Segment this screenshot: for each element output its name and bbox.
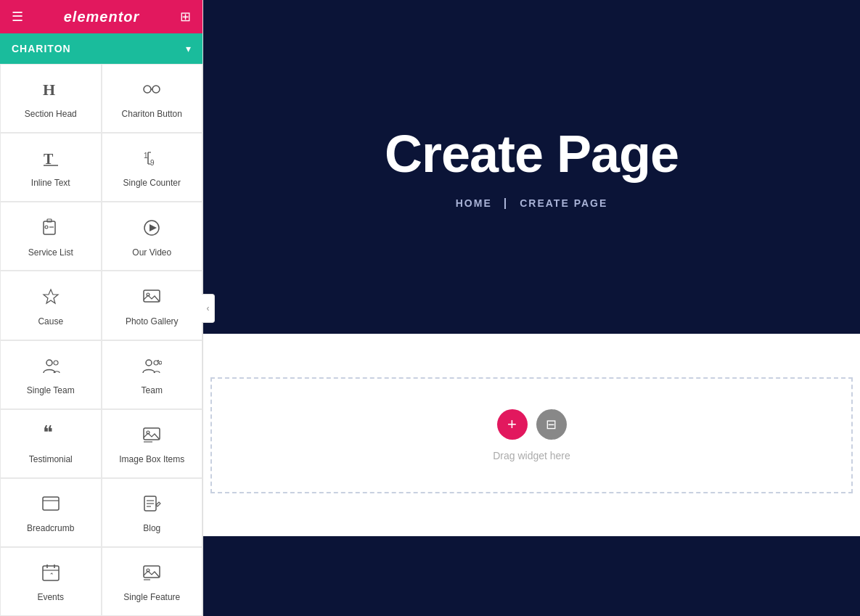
svg-rect-37 xyxy=(43,566,59,580)
dropzone-label: Drag widget here xyxy=(493,450,570,461)
photo-gallery-label: Photo Gallery xyxy=(126,316,179,328)
breadcrumb-current: CREATE PAGE xyxy=(520,197,607,209)
hero-title: Create Page xyxy=(385,124,679,184)
chariton-button-label: Chariton Button xyxy=(122,109,182,120)
svg-point-2 xyxy=(152,86,160,93)
single-team-label: Single Team xyxy=(27,385,75,397)
section-head-icon: H xyxy=(41,79,61,103)
svg-marker-41 xyxy=(50,572,53,575)
events-label: Events xyxy=(37,592,64,604)
svg-rect-28 xyxy=(144,428,160,440)
single-feature-icon xyxy=(142,562,162,586)
svg-point-20 xyxy=(46,360,52,366)
inline-text-label: Inline Text xyxy=(31,178,70,189)
chevron-down-icon: ▾ xyxy=(186,43,191,54)
svg-point-23 xyxy=(154,361,158,365)
widget-team[interactable]: Team xyxy=(102,340,203,409)
svg-marker-17 xyxy=(44,289,58,303)
svg-marker-16 xyxy=(150,224,157,231)
dropzone[interactable]: + ⊟ Drag widget here xyxy=(210,377,853,493)
chariton-button-icon xyxy=(142,79,162,103)
svg-text:T: T xyxy=(44,151,54,167)
widget-inline-text[interactable]: TInline Text xyxy=(0,133,102,202)
hero-section: Create Page HOME | CREATE PAGE xyxy=(203,0,860,334)
breadcrumb-home[interactable]: HOME xyxy=(456,197,492,209)
widget-service-list[interactable]: Service List xyxy=(0,202,102,271)
dropzone-buttons: + ⊟ xyxy=(497,409,567,440)
main-content: Create Page HOME | CREATE PAGE + ⊟ Drag … xyxy=(203,0,860,616)
svg-rect-18 xyxy=(144,290,160,302)
widget-single-team[interactable]: Single Team xyxy=(0,340,102,409)
service-list-icon xyxy=(41,218,61,242)
image-box-items-icon xyxy=(142,424,162,448)
widget-blog[interactable]: Blog xyxy=(102,478,203,547)
breadcrumb-icon xyxy=(41,493,61,517)
footer-dark-section xyxy=(203,536,860,616)
svg-point-24 xyxy=(159,361,162,364)
svg-point-13 xyxy=(45,226,48,229)
svg-rect-31 xyxy=(43,497,59,510)
blog-label: Blog xyxy=(143,523,160,535)
svg-text:❝: ❝ xyxy=(43,424,53,443)
our-video-icon xyxy=(142,218,162,242)
widget-breadcrumb[interactable]: Breadcrumb xyxy=(0,478,102,547)
breadcrumb-separator: | xyxy=(504,197,508,210)
svg-point-21 xyxy=(54,361,58,365)
widget-chariton-button[interactable]: Chariton Button xyxy=(102,64,203,133)
layout-button[interactable]: ⊟ xyxy=(536,409,567,440)
collapse-icon: ‹ xyxy=(207,303,210,313)
our-video-label: Our Video xyxy=(132,247,171,259)
single-feature-label: Single Feature xyxy=(123,592,180,604)
collapse-handle[interactable]: ‹ xyxy=(202,294,215,323)
sidebar-topbar: ☰ elementor ⊞ xyxy=(0,0,202,33)
single-counter-label: Single Counter xyxy=(123,178,181,189)
testimonial-icon: ❝ xyxy=(41,424,61,448)
section-head-label: Section Head xyxy=(25,109,77,120)
dropzone-section: + ⊟ Drag widget here xyxy=(203,334,860,536)
widget-image-box-items[interactable]: Image Box Items xyxy=(102,409,203,478)
widget-grid: HSection HeadChariton ButtonTInline Text… xyxy=(0,64,202,616)
widget-single-counter[interactable]: 19Single Counter xyxy=(102,133,203,202)
cause-icon xyxy=(41,287,61,311)
team-icon xyxy=(142,356,162,379)
events-icon xyxy=(41,562,61,586)
single-counter-icon: 19 xyxy=(142,148,162,172)
image-box-items-label: Image Box Items xyxy=(119,454,184,466)
widget-section-head[interactable]: HSection Head xyxy=(0,64,102,133)
single-team-icon xyxy=(41,356,61,379)
service-list-label: Service List xyxy=(28,247,73,259)
sidebar: ☰ elementor ⊞ CHARITON ▾ HSection HeadCh… xyxy=(0,0,203,616)
blog-icon xyxy=(142,493,162,517)
hamburger-icon[interactable]: ☰ xyxy=(12,9,23,25)
hero-breadcrumb: HOME | CREATE PAGE xyxy=(456,197,608,210)
grid-icon[interactable]: ⊞ xyxy=(180,9,191,25)
widget-photo-gallery[interactable]: Photo Gallery xyxy=(102,271,203,340)
widget-cause[interactable]: Cause xyxy=(0,271,102,340)
widget-events[interactable]: Events xyxy=(0,547,102,616)
svg-text:9: 9 xyxy=(150,159,155,167)
svg-point-1 xyxy=(144,86,151,93)
svg-point-22 xyxy=(146,360,152,366)
category-title: CHARITON xyxy=(12,43,71,54)
svg-text:H: H xyxy=(43,81,55,99)
widget-testimonial[interactable]: ❝Testimonial xyxy=(0,409,102,478)
elementor-logo: elementor xyxy=(64,9,140,25)
team-label: Team xyxy=(142,385,163,397)
cause-label: Cause xyxy=(38,316,63,328)
category-header[interactable]: CHARITON ▾ xyxy=(0,33,202,64)
widget-our-video[interactable]: Our Video xyxy=(102,202,203,271)
inline-text-icon: T xyxy=(41,148,61,172)
breadcrumb-label: Breadcrumb xyxy=(27,523,74,535)
photo-gallery-icon xyxy=(142,287,162,311)
svg-rect-42 xyxy=(144,566,160,578)
testimonial-label: Testimonial xyxy=(29,454,73,466)
add-widget-button[interactable]: + xyxy=(497,409,528,440)
widget-single-feature[interactable]: Single Feature xyxy=(102,547,203,616)
svg-text:1: 1 xyxy=(144,152,148,160)
